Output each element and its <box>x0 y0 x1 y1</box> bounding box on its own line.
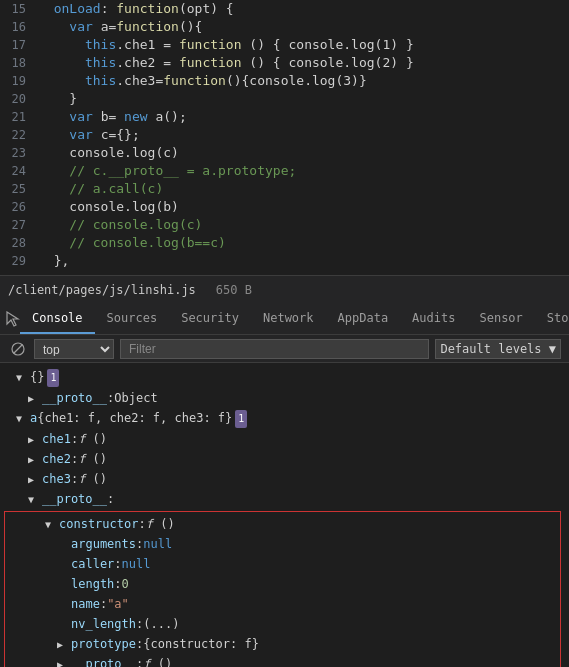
line-num-19: 19 <box>0 72 38 90</box>
inner-proto-arrow <box>57 656 69 667</box>
filter-input[interactable] <box>120 339 429 359</box>
line-content-20: } <box>38 90 569 108</box>
che2-arrow <box>28 451 40 463</box>
a-proto-item[interactable]: __proto__ : <box>0 489 569 509</box>
line-num-24: 24 <box>0 162 38 180</box>
arguments-value: null <box>143 535 172 553</box>
file-tab-bar: /client/pages/js/linshi.js 650 B <box>0 275 569 303</box>
file-size: 650 B <box>216 283 252 297</box>
line-num-27: 27 <box>0 216 38 234</box>
constructor-value: f () <box>146 515 175 533</box>
code-line-29: 29 }, <box>0 252 569 270</box>
line-content-27: // console.log(c) <box>38 216 569 234</box>
code-editor: 15 onLoad: function(opt) { 16 var a=func… <box>0 0 569 275</box>
code-line-26: 26 console.log(b) <box>0 198 569 216</box>
code-line-25: 25 // a.call(c) <box>0 180 569 198</box>
tab-appdata[interactable]: AppData <box>326 303 401 334</box>
length-value: 0 <box>122 575 129 593</box>
default-levels-dropdown[interactable]: Default levels ▼ <box>435 339 561 359</box>
line-num-29: 29 <box>0 252 38 270</box>
caller-colon: : <box>114 555 121 573</box>
nv-length-item: nv_length : (...) <box>5 614 560 634</box>
a-badge: 1 <box>235 410 247 428</box>
a-desc: {che1: f, che2: f, che3: f} <box>37 409 232 427</box>
che1-value: f () <box>78 430 107 448</box>
constructor-colon: : <box>138 515 145 533</box>
line-num-20: 20 <box>0 90 38 108</box>
code-line-22: 22 var c={}; <box>0 126 569 144</box>
che3-arrow <box>28 471 40 483</box>
line-content-18: this.che2 = function () { console.log(2)… <box>38 54 569 72</box>
constructor-arrow <box>45 516 57 528</box>
tab-network[interactable]: Network <box>251 303 326 334</box>
root-proto-label: __proto__ <box>42 389 107 407</box>
a-label: a <box>30 409 37 427</box>
code-line-20: 20 } <box>0 90 569 108</box>
che3-label: che3 <box>42 470 71 488</box>
nv-length-label: nv_length <box>71 615 136 633</box>
prototype-colon: : <box>136 635 143 653</box>
che2-colon: : <box>71 450 78 468</box>
caller-item: caller : null <box>5 554 560 574</box>
line-content-26: console.log(b) <box>38 198 569 216</box>
a-obj-item[interactable]: a {che1: f, che2: f, che3: f} 1 <box>0 408 569 429</box>
name-item: name : "a" <box>5 594 560 614</box>
line-content-19: this.che3=function(){console.log(3)} <box>38 72 569 90</box>
inner-proto-value: f () <box>143 655 172 667</box>
line-num-25: 25 <box>0 180 38 198</box>
line-num-17: 17 <box>0 36 38 54</box>
code-line-28: 28 // console.log(b==c) <box>0 234 569 252</box>
ban-circle-icon <box>10 341 26 357</box>
red-box-section: constructor : f () arguments : null call… <box>4 511 561 667</box>
root-proto-item[interactable]: __proto__ : Object <box>0 388 569 408</box>
caller-value: null <box>122 555 151 573</box>
root-obj-label: {} <box>30 368 44 386</box>
code-line-15: 15 onLoad: function(opt) { <box>0 0 569 18</box>
che1-arrow <box>28 431 40 443</box>
inspect-icon-btn[interactable] <box>4 303 20 334</box>
line-content-29: }, <box>38 252 569 270</box>
inner-proto-item[interactable]: __proto__ : f () <box>5 654 560 667</box>
a-proto-label: __proto__ <box>42 490 107 508</box>
code-line-19: 19 this.che3=function(){console.log(3)} <box>0 72 569 90</box>
che1-item[interactable]: che1 : f () <box>0 429 569 449</box>
length-colon: : <box>114 575 121 593</box>
name-value: "a" <box>107 595 129 613</box>
context-select[interactable]: top <box>34 339 114 359</box>
che1-colon: : <box>71 430 78 448</box>
console-toolbar: top Default levels ▼ <box>0 335 569 363</box>
che2-label: che2 <box>42 450 71 468</box>
tab-console[interactable]: Console <box>20 303 95 334</box>
tab-audits[interactable]: Audits <box>400 303 467 334</box>
line-num-15: 15 <box>0 0 38 18</box>
cursor-icon <box>4 311 20 327</box>
name-colon: : <box>100 595 107 613</box>
constructor-item[interactable]: constructor : f () <box>5 514 560 534</box>
clear-console-icon[interactable] <box>8 339 28 359</box>
devtools-tabs: Console Sources Security Network AppData… <box>0 303 569 335</box>
arguments-item: arguments : null <box>5 534 560 554</box>
prototype-item[interactable]: prototype : {constructor: f} <box>5 634 560 654</box>
tab-security[interactable]: Security <box>169 303 251 334</box>
che2-item[interactable]: che2 : f () <box>0 449 569 469</box>
code-line-27: 27 // console.log(c) <box>0 216 569 234</box>
prototype-label: prototype <box>71 635 136 653</box>
root-proto-colon: : <box>107 389 114 407</box>
file-path: /client/pages/js/linshi.js <box>8 283 196 297</box>
tab-sensor[interactable]: Sensor <box>467 303 534 334</box>
tab-sources[interactable]: Sources <box>95 303 170 334</box>
arguments-label: arguments <box>71 535 136 553</box>
length-item: length : 0 <box>5 574 560 594</box>
name-label: name <box>71 595 100 613</box>
che3-item[interactable]: che3 : f () <box>0 469 569 489</box>
line-num-21: 21 <box>0 108 38 126</box>
line-content-21: var b= new a(); <box>38 108 569 126</box>
che3-colon: : <box>71 470 78 488</box>
inner-proto-colon: : <box>136 655 143 667</box>
root-proto-value: Object <box>114 389 157 407</box>
root-obj-item[interactable]: {} 1 <box>0 367 569 388</box>
code-line-16: 16 var a=function(){ <box>0 18 569 36</box>
tab-storage[interactable]: Storage <box>535 303 569 334</box>
line-content-24: // c.__proto__ = a.prototype; <box>38 162 569 180</box>
console-output: {} 1 __proto__ : Object a {che1: f, che2… <box>0 363 569 667</box>
